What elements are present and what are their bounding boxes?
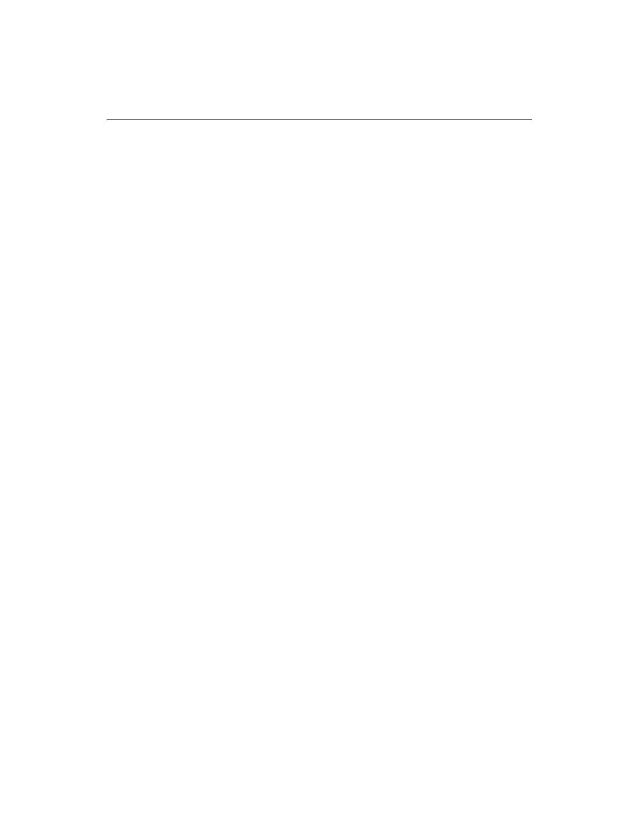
horizontal-divider [107,119,532,120]
